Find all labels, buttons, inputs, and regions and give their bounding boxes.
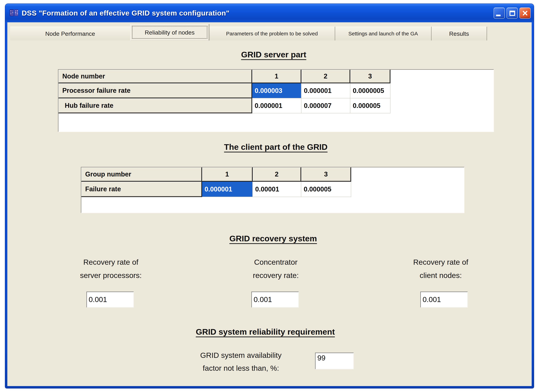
availability-factor-input[interactable] xyxy=(315,353,354,369)
tab-parameters-of-problem[interactable]: Parameters of the problem to be solved xyxy=(209,27,335,40)
server-grid-corner: Node number xyxy=(58,70,252,83)
close-icon: × xyxy=(520,8,530,18)
concentrator-recovery-rate-input[interactable] xyxy=(251,292,299,308)
recovery-label-concentrator-line1: Concentrator xyxy=(206,255,346,269)
client-grid-cell-failure-3[interactable]: 0.000005 xyxy=(301,182,351,197)
maximize-icon xyxy=(510,11,515,16)
recovery-label-concentrator: Concentrator recovery rate: xyxy=(206,255,346,282)
client-grid-cell-failure-2[interactable]: 0.00001 xyxy=(253,182,301,197)
minimize-icon xyxy=(496,15,500,16)
tab-bar: Node Performance Reliability of nodes Pa… xyxy=(10,24,487,40)
client-grid-col-header: 2 xyxy=(253,167,301,182)
client-part-heading: The client part of the GRID xyxy=(224,142,328,152)
server-grid-cell-processor-2[interactable]: 0.000001 xyxy=(301,83,350,98)
availability-factor-label-line2: factor not less than, %: xyxy=(174,362,307,375)
recovery-label-server: Recovery rate of server processors: xyxy=(41,255,181,282)
tab-node-performance[interactable]: Node Performance xyxy=(10,27,130,40)
server-grid-cell-processor-1-selected[interactable]: 0.000003 xyxy=(252,83,301,98)
app-window: DSS "Formation of an effective GRID syst… xyxy=(5,4,534,388)
window-title: DSS "Formation of an effective GRID syst… xyxy=(22,9,494,17)
server-part-heading: GRID server part xyxy=(241,50,306,59)
client-grid[interactable]: Group number 1 2 3 Failure rate 0.000001… xyxy=(81,167,464,213)
recovery-label-server-line2: server processors: xyxy=(41,269,181,282)
tab-results[interactable]: Results xyxy=(432,27,487,40)
server-grid-row-header-processor: Processor failure rate xyxy=(58,83,252,98)
server-grid-col-header: 2 xyxy=(301,70,350,83)
client-area: Node Performance Reliability of nodes Pa… xyxy=(7,22,532,386)
reliability-heading: GRID system reliability requirement xyxy=(196,327,335,336)
minimize-button[interactable] xyxy=(494,8,505,19)
server-grid-col-header: 1 xyxy=(252,70,301,83)
server-grid-cell-processor-3[interactable]: 0.0000005 xyxy=(350,83,390,98)
client-grid-row-header-failure: Failure rate xyxy=(81,182,202,197)
client-grid-col-header: 3 xyxy=(301,167,351,182)
recovery-heading: GRID recovery system xyxy=(229,234,317,243)
close-button[interactable]: × xyxy=(520,8,531,19)
tab-settings-launch-ga[interactable]: Settings and launch of the GA xyxy=(335,27,432,40)
maximize-button[interactable] xyxy=(506,8,518,19)
server-grid-cell-hub-2[interactable]: 0.000007 xyxy=(301,98,350,113)
client-grid-cell-failure-1-selected[interactable]: 0.000001 xyxy=(202,182,253,197)
recovery-label-concentrator-line2: recovery rate: xyxy=(206,269,346,282)
server-grid-col-header: 3 xyxy=(350,70,390,83)
tab-reliability-of-nodes[interactable]: Reliability of nodes xyxy=(130,24,209,40)
title-bar[interactable]: DSS "Formation of an effective GRID syst… xyxy=(5,4,534,22)
server-grid-cell-hub-1[interactable]: 0.000001 xyxy=(252,98,301,113)
app-icon[interactable] xyxy=(9,8,19,18)
server-grid-cell-hub-3[interactable]: 0.000005 xyxy=(350,98,390,113)
server-grid[interactable]: Node number 1 2 3 Processor failure rate… xyxy=(58,69,494,132)
recovery-label-client-line2: client nodes: xyxy=(371,269,510,282)
client-grid-col-header: 1 xyxy=(202,167,253,182)
recovery-label-client: Recovery rate of client nodes: xyxy=(371,255,510,282)
availability-factor-label-line1: GRID system availability xyxy=(174,349,307,362)
availability-factor-label: GRID system availability factor not less… xyxy=(174,349,307,375)
client-grid-corner: Group number xyxy=(81,167,202,182)
server-recovery-rate-input[interactable] xyxy=(87,292,134,308)
recovery-label-server-line1: Recovery rate of xyxy=(41,255,181,269)
recovery-label-client-line1: Recovery rate of xyxy=(371,255,510,269)
server-grid-row-header-hub: Hub failure rate xyxy=(58,98,252,113)
client-recovery-rate-input[interactable] xyxy=(420,292,468,308)
